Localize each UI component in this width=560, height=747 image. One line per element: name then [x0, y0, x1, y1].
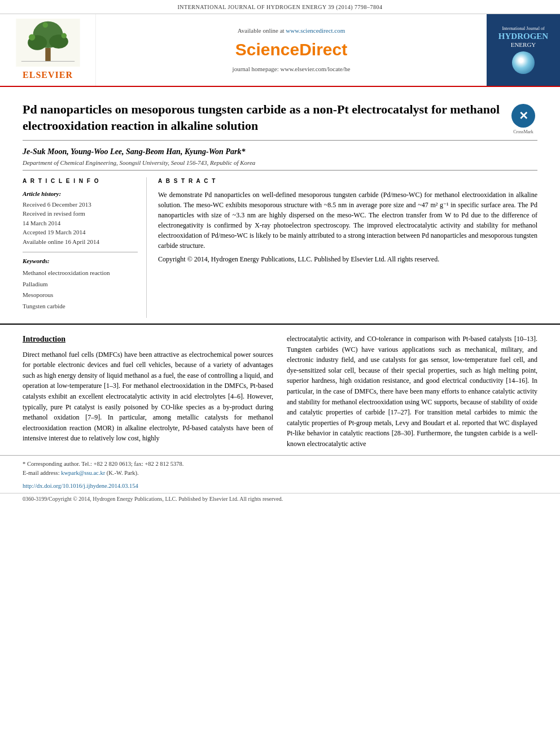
journal-header-text: INTERNATIONAL JOURNAL OF HYDROGEN ENERGY…: [177, 4, 382, 10]
body-left-column: Introduction Direct methanol fuel cells …: [23, 334, 273, 449]
abstract-copyright: Copyright © 2014, Hydrogen Energy Public…: [158, 254, 537, 264]
elsevier-logo-svg: [14, 19, 82, 67]
introduction-left-text: Direct methanol fuel cells (DMFCs) have …: [23, 350, 273, 444]
journal-badge-area: International Journal of HYDROGEN ENERGY: [487, 14, 560, 86]
keyword-4: Tungsten carbide: [23, 301, 138, 312]
main-content: Pd nanoparticles on mesoporous tungsten …: [0, 87, 560, 324]
keyword-1: Methanol electrooxidation reaction: [23, 268, 138, 279]
article-info-column: A R T I C L E I N F O Article history: R…: [23, 177, 147, 318]
accepted-date: Accepted 19 March 2014: [23, 228, 138, 237]
abstract-label: A B S T R A C T: [158, 177, 537, 185]
svg-point-7: [42, 23, 47, 28]
received-revised-label: Received in revised form: [23, 209, 138, 219]
abstract-column: A B S T R A C T We demonstrate Pd nanopa…: [158, 177, 537, 318]
available-online-text: Available online at www.sciencedirect.co…: [238, 27, 345, 35]
email-line: E-mail address: kwpark@ssu.ac.kr (K.-W. …: [23, 469, 537, 478]
elsevier-logo-area: ELSEVIER: [0, 14, 96, 86]
footer-doi: http://dx.doi.org/10.1016/j.ijhydene.201…: [0, 482, 560, 493]
crossmark-icon: ✕: [511, 104, 535, 128]
article-title: Pd nanoparticles on mesoporous tungsten …: [23, 102, 504, 134]
keyword-2: Palladium: [23, 279, 138, 290]
svg-rect-1: [45, 48, 50, 62]
elsevier-label: ELSEVIER: [23, 69, 73, 81]
svg-point-5: [29, 34, 35, 40]
sciencedirect-url-link[interactable]: www.sciencedirect.com: [286, 27, 345, 34]
journal-badge: International Journal of HYDROGEN ENERGY: [498, 26, 548, 74]
crossmark-badge[interactable]: ✕ CrossMark: [509, 104, 537, 135]
introduction-right-text: electrocatalytic activity, and CO-tolera…: [287, 334, 537, 449]
journal-homepage-text: journal homepage: www.elsevier.com/locat…: [233, 65, 351, 73]
badge-energy-text: ENERGY: [498, 41, 548, 49]
footer-bar: 0360-3199/Copyright © 2014, Hydrogen Ene…: [0, 493, 560, 505]
crossmark-label: CrossMark: [513, 129, 533, 135]
sciencedirect-area: Available online at www.sciencedirect.co…: [96, 14, 487, 86]
revised-date: 14 March 2014: [23, 219, 138, 228]
article-info-label: A R T I C L E I N F O: [23, 177, 138, 185]
article-history-group: Article history: Received 6 December 201…: [23, 190, 138, 247]
article-info-abstract-section: A R T I C L E I N F O Article history: R…: [23, 170, 537, 318]
badge-hydrogen-text: HYDROGEN: [498, 32, 548, 41]
corresponding-note: * Corresponding author. Tel.: +82 2 820 …: [23, 460, 537, 469]
body-right-column: electrocatalytic activity, and CO-tolera…: [287, 334, 537, 449]
available-online-date: Available online 16 April 2014: [23, 237, 138, 247]
keywords-group: Keywords: Methanol electrooxidation reac…: [23, 257, 138, 312]
email-label: E-mail address:: [23, 470, 60, 476]
journal-header-bar: INTERNATIONAL JOURNAL OF HYDROGEN ENERGY…: [0, 0, 560, 14]
email-person: (K.-W. Park).: [107, 470, 139, 476]
badge-intl-text: International Journal of: [498, 26, 548, 32]
email-link[interactable]: kwpark@ssu.ac.kr: [61, 470, 105, 476]
svg-point-6: [61, 33, 66, 38]
authors-text: Je-Suk Moon, Young-Woo Lee, Sang-Beom Ha…: [23, 147, 245, 156]
keywords-title: Keywords:: [23, 257, 138, 265]
sciencedirect-title: ScienceDirect: [235, 38, 347, 62]
divider-1: [23, 252, 138, 252]
top-header: ELSEVIER Available online at www.science…: [0, 14, 560, 87]
article-title-section: Pd nanoparticles on mesoporous tungsten …: [23, 93, 537, 140]
body-section: Introduction Direct methanol fuel cells …: [0, 324, 560, 455]
introduction-heading: Introduction: [23, 334, 273, 345]
abstract-text: We demonstrate Pd nanoparticles on well-…: [158, 190, 537, 264]
received-date: Received 6 December 2013: [23, 200, 138, 209]
keyword-3: Mesoporous: [23, 290, 138, 301]
footer-notes: * Corresponding author. Tel.: +82 2 820 …: [0, 455, 560, 482]
keywords-list: Methanol electrooxidation reaction Palla…: [23, 268, 138, 312]
badge-circle-icon: [512, 51, 535, 74]
authors-section: Je-Suk Moon, Young-Woo Lee, Sang-Beom Ha…: [23, 141, 537, 170]
affiliation-text: Department of Chemical Engineering, Soon…: [23, 159, 537, 167]
doi-link[interactable]: http://dx.doi.org/10.1016/j.ijhydene.201…: [23, 483, 138, 489]
article-history-title: Article history:: [23, 190, 138, 198]
